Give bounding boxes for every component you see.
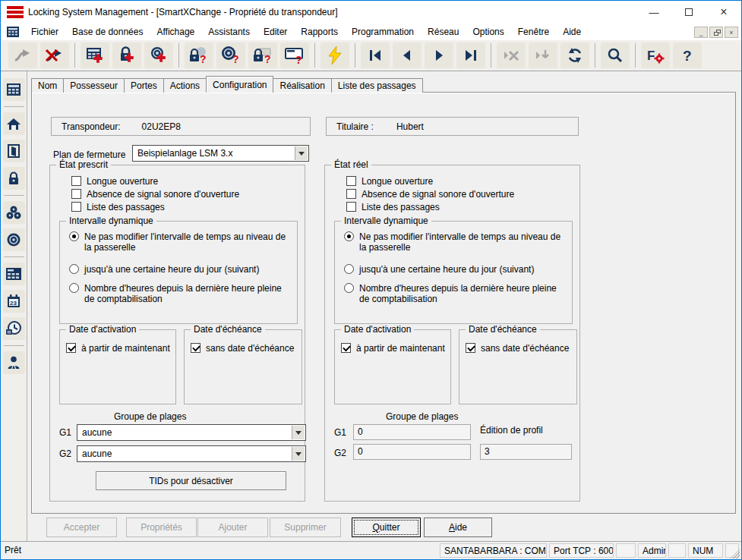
tab-realisation[interactable]: Réalisation xyxy=(273,78,331,93)
minimize-button[interactable]: — xyxy=(636,1,671,24)
sidebar-matrix-view-button[interactable] xyxy=(3,263,25,285)
checkbox-icon[interactable] xyxy=(71,176,81,186)
read-transponder-button[interactable]: ? xyxy=(216,42,245,68)
login-button[interactable] xyxy=(8,42,37,68)
g1-select[interactable]: aucune xyxy=(77,424,306,441)
menu-fichier[interactable]: Fichier xyxy=(24,24,65,39)
remove-button[interactable]: Supprimer xyxy=(270,518,341,537)
execute-button[interactable] xyxy=(529,42,557,68)
sidebar-matrix-button[interactable] xyxy=(3,78,25,101)
menu-assistants[interactable]: Assistants xyxy=(201,24,257,39)
nav-next-button[interactable] xyxy=(425,42,453,68)
nav-last-button[interactable] xyxy=(456,42,485,68)
break-button[interactable] xyxy=(497,42,526,68)
interval-radio-hours-since[interactable]: Nombre d'heures depuis la dernière heure… xyxy=(69,283,289,304)
menu-options[interactable]: Options xyxy=(466,24,510,39)
close-button[interactable]: × xyxy=(706,1,741,24)
flash-program-button[interactable] xyxy=(320,42,349,68)
tids-deactivate-button[interactable]: TIDs pour désactiver xyxy=(96,471,286,490)
checkbox-icon[interactable] xyxy=(71,202,81,212)
sidebar-transponder-button[interactable] xyxy=(3,228,25,251)
interval-radio-gateway[interactable]: Ne pas modifier l'intervalle de temps au… xyxy=(69,231,289,253)
prescribed-pass-list-row[interactable]: Liste des passages xyxy=(71,202,292,212)
prescribed-no-beep-row[interactable]: Absence de signal sonore d'ouverture xyxy=(71,189,292,200)
checkbox-icon[interactable] xyxy=(66,343,76,353)
menu-reseau[interactable]: Réseau xyxy=(421,24,466,39)
chevron-down-icon[interactable] xyxy=(292,426,305,439)
interval-radio-gateway[interactable]: Ne pas modifier l'intervalle de temps au… xyxy=(344,231,564,253)
menu-aide[interactable]: Aide xyxy=(556,24,588,39)
radio-icon[interactable] xyxy=(344,264,354,274)
search-button[interactable] xyxy=(601,42,630,68)
add-button[interactable]: Ajouter xyxy=(197,518,268,537)
checkbox-icon[interactable] xyxy=(466,343,475,353)
help-bottom-button[interactable]: Aide xyxy=(424,518,492,537)
actual-pass-list-row[interactable]: Liste des passages xyxy=(346,202,567,212)
tab-nom[interactable]: Nom xyxy=(31,78,64,93)
menu-editer[interactable]: Editer xyxy=(257,24,294,39)
actual-no-beep-row[interactable]: Absence de signal sonore d'ouverture xyxy=(346,189,567,200)
radio-icon[interactable] xyxy=(344,231,354,241)
help-button[interactable]: ? xyxy=(673,42,702,68)
sidebar-calendar-button[interactable]: 23 xyxy=(3,290,25,313)
mdi-restore-button[interactable] xyxy=(709,27,723,38)
read-lock-button[interactable]: ? xyxy=(185,42,213,68)
properties-button[interactable]: Propriétés xyxy=(126,518,197,537)
expiry-none-row[interactable]: sans date d'échéance xyxy=(191,343,298,354)
interval-radio-hour-of-day[interactable]: jusqu'à une certaine heure du jour (suiv… xyxy=(344,264,564,275)
new-lock-button[interactable] xyxy=(112,42,141,68)
read-device-button[interactable]: ? xyxy=(280,42,309,68)
radio-icon[interactable] xyxy=(344,283,354,293)
read-mifare-lock-button[interactable]: ? xyxy=(248,42,277,68)
chevron-down-icon[interactable] xyxy=(292,447,305,461)
interval-radio-hours-since[interactable]: Nombre d'heures depuis la dernière heure… xyxy=(344,283,564,304)
sidebar-transponder-group-button[interactable] xyxy=(3,201,25,224)
filter-settings-button[interactable]: F xyxy=(641,42,670,68)
radio-icon[interactable] xyxy=(69,264,79,274)
nav-prev-button[interactable] xyxy=(393,42,422,68)
expiry-none-row[interactable]: sans date d'échéance xyxy=(466,343,573,354)
interval-radio-hour-of-day[interactable]: jusqu'à une certaine heure du jour (suiv… xyxy=(69,264,289,275)
checkbox-icon[interactable] xyxy=(191,343,200,353)
locking-plan-select[interactable]: Beispielanlage LSM 3.x xyxy=(132,145,309,162)
g2-select[interactable]: aucune xyxy=(77,445,306,462)
sidebar-door-button[interactable] xyxy=(3,140,25,162)
tab-configuration[interactable]: Configuration xyxy=(206,76,273,93)
radio-icon[interactable] xyxy=(69,231,79,241)
tab-possesseur[interactable]: Possesseur xyxy=(64,78,125,93)
nav-first-button[interactable] xyxy=(361,42,390,68)
menu-affichage[interactable]: Affichage xyxy=(150,24,201,39)
menu-base-de-donnees[interactable]: Base de données xyxy=(65,24,150,39)
accept-button[interactable]: Accepter xyxy=(46,518,117,537)
menu-programmation[interactable]: Programmation xyxy=(345,24,421,39)
tab-actions[interactable]: Actions xyxy=(164,78,207,93)
tab-liste-des-passages[interactable]: Liste des passages xyxy=(332,78,423,93)
new-transponder-button[interactable] xyxy=(144,42,173,68)
radio-icon[interactable] xyxy=(69,283,79,293)
chevron-down-icon[interactable] xyxy=(295,146,308,160)
menu-rapports[interactable]: Rapports xyxy=(294,24,345,39)
mdi-close-button[interactable]: × xyxy=(725,27,738,38)
sidebar-home-button[interactable] xyxy=(3,112,25,135)
maximize-button[interactable] xyxy=(671,1,706,24)
titlebar[interactable]: Locking System Management - [SmartXChang… xyxy=(1,1,741,24)
checkbox-icon[interactable] xyxy=(346,202,356,212)
activation-now-row[interactable]: à partir de maintenant xyxy=(341,343,447,354)
menu-fenetre[interactable]: Fenêtre xyxy=(511,24,556,39)
checkbox-icon[interactable] xyxy=(346,176,356,186)
prescribed-long-open-row[interactable]: Longue ouverture xyxy=(71,176,292,187)
resize-grip[interactable] xyxy=(730,549,740,558)
checkbox-icon[interactable] xyxy=(341,343,351,353)
sidebar-time-zone-button[interactable] xyxy=(3,317,25,340)
mdi-minimize-button[interactable]: _ xyxy=(694,27,708,38)
quit-button[interactable]: Quitter xyxy=(352,518,421,537)
sidebar-person-button[interactable] xyxy=(3,351,25,374)
actual-long-open-row[interactable]: Longue ouverture xyxy=(346,176,567,187)
tab-portes[interactable]: Portes xyxy=(125,78,164,93)
checkbox-icon[interactable] xyxy=(71,189,81,199)
checkbox-icon[interactable] xyxy=(346,189,356,199)
logout-button[interactable] xyxy=(40,42,69,68)
refresh-button[interactable] xyxy=(560,42,589,68)
sidebar-lock-button[interactable] xyxy=(3,167,25,190)
new-locking-system-button[interactable] xyxy=(81,42,109,68)
